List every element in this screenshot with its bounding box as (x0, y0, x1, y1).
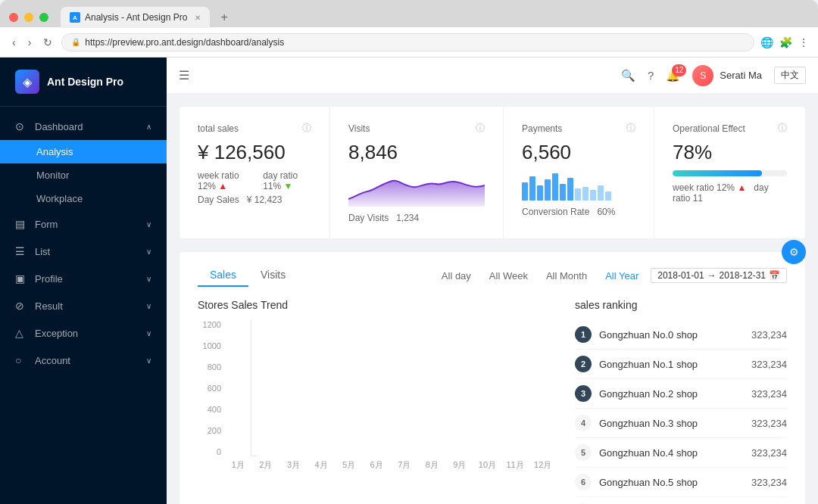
stat-sub: Day Visits 1,234 (348, 213, 485, 223)
filter-all-week[interactable]: All Week (483, 269, 534, 283)
info-icon[interactable]: ⓘ (778, 122, 787, 135)
help-icon[interactable]: ? (648, 69, 654, 82)
rank-number: 3 (575, 385, 592, 402)
sidebar-item-result[interactable]: ⊘ Result ∨ (0, 292, 167, 319)
date-filters: All day All Week All Month All Year 2018… (436, 268, 787, 283)
sidebar-item-list[interactable]: ☰ List ∨ (0, 238, 167, 265)
info-icon[interactable]: ⓘ (302, 122, 311, 135)
translate-icon[interactable]: 🌐 (760, 36, 773, 48)
rank-name: Gongzhuan No.4 shop (599, 447, 751, 459)
minimize-dot[interactable] (24, 13, 33, 22)
stat-card-payments: Payments ⓘ 6,560 (504, 107, 654, 238)
chevron-down-icon: ∨ (146, 302, 151, 310)
mini-bar (582, 187, 589, 201)
rank-number: 6 (575, 474, 592, 490)
language-button[interactable]: 中文 (774, 67, 806, 84)
account-icon: ○ (15, 354, 27, 366)
maximize-dot[interactable] (39, 13, 48, 22)
mini-bar (552, 173, 558, 201)
tab-sales[interactable]: Sales (198, 264, 248, 287)
x-label: 4月 (308, 456, 336, 471)
back-button[interactable]: ‹ (9, 35, 19, 50)
ranking-item: 5Gongzhuan No.4 shop323,234 (575, 438, 787, 468)
sidebar-item-profile[interactable]: ▣ Profile ∨ (0, 265, 167, 292)
notification-bell[interactable]: 🔔 12 (666, 69, 680, 82)
url-text: https://preview.pro.ant.design/dashboard… (85, 37, 284, 48)
info-icon[interactable]: ⓘ (626, 122, 635, 135)
x-label: 8月 (418, 456, 446, 471)
y-label: 0 (198, 447, 221, 456)
y-label: 1200 (198, 320, 221, 329)
chevron-down-icon: ∨ (146, 356, 151, 365)
user-info[interactable]: S Serati Ma (692, 65, 762, 86)
sidebar-item-monitor[interactable]: Monitor (0, 163, 167, 187)
sidebar-item-label: Form (35, 219, 58, 230)
notification-badge: 12 (672, 64, 686, 76)
stat-card-operational: Operational Effect ⓘ 78% week ratio 12% … (654, 107, 805, 238)
chevron-down-icon: ∨ (146, 275, 151, 283)
chevron-down-icon: ∨ (146, 329, 151, 338)
hamburger-icon[interactable]: ☰ (179, 68, 189, 82)
browser-chrome: A Analysis - Ant Design Pro ✕ + ‹ › ↻ 🔒 … (0, 0, 818, 58)
sales-header: Sales Visits All day All Week All Month … (198, 264, 787, 287)
sidebar-item-form[interactable]: ▤ Form ∨ (0, 210, 167, 238)
ranking-item: 4Gongzhuan No.3 shop323,234 (575, 409, 787, 438)
mini-bar (545, 179, 551, 201)
settings-button[interactable]: ⚙ (782, 240, 806, 264)
rank-name: Gongzhuan No.0 shop (599, 329, 751, 341)
sidebar-item-account[interactable]: ○ Account ∨ (0, 347, 167, 374)
ranking-item: 7Gongzhuan No.6 shop323,234 (575, 497, 787, 504)
stat-label: Payments ⓘ (522, 122, 635, 135)
address-bar[interactable]: 🔒 https://preview.pro.ant.design/dashboa… (61, 33, 754, 51)
stat-value: 78% (673, 141, 787, 164)
sidebar-item-workplace[interactable]: Workplace (0, 187, 167, 210)
tab-close-button[interactable]: ✕ (195, 14, 201, 22)
tab-visits[interactable]: Visits (248, 264, 298, 287)
ranking-item: 3Gongzhuan No.2 shop323,234 (575, 379, 787, 409)
mini-bar (529, 176, 535, 201)
exception-icon: △ (15, 327, 27, 339)
filter-all-day[interactable]: All day (436, 269, 477, 283)
browser-tab[interactable]: A Analysis - Ant Design Pro ✕ (61, 7, 210, 28)
filter-all-year[interactable]: All Year (599, 269, 645, 283)
filter-all-month[interactable]: All Month (540, 269, 593, 283)
rank-number: 1 (575, 326, 592, 343)
mini-bar (537, 185, 543, 201)
menu-icon[interactable]: ⋮ (798, 36, 809, 48)
sparkline-container (348, 170, 485, 207)
sidebar-item-dashboard[interactable]: ⊙ Dashboard ∧ (0, 113, 167, 140)
stat-sub: Conversion Rate 60% (522, 207, 635, 217)
sidebar: ◈ Ant Design Pro ⊙ Dashboard ∧ Analysis … (0, 58, 167, 504)
calendar-icon: 📅 (769, 270, 780, 281)
new-tab-button[interactable]: + (216, 9, 232, 26)
x-label: 10月 (473, 456, 501, 471)
stat-label: total sales ⓘ (198, 122, 311, 135)
mini-bar (567, 178, 573, 201)
form-icon: ▤ (15, 218, 27, 230)
progress-bar-container (673, 170, 787, 176)
progress-bar (673, 170, 787, 176)
app-header: ☰ 🔍 ? 🔔 12 S Serati Ma 中文 ⚙ (167, 58, 818, 94)
close-dot[interactable] (9, 13, 18, 22)
stat-card-visits: Visits ⓘ 8,846 (330, 107, 504, 238)
extensions-icon[interactable]: 🧩 (779, 36, 792, 48)
y-label: 600 (198, 384, 221, 393)
mini-bar (575, 188, 581, 201)
sidebar-item-label: Workplace (36, 193, 83, 204)
info-icon[interactable]: ⓘ (476, 122, 485, 135)
y-label: 1000 (198, 341, 221, 350)
sidebar-item-label: Monitor (36, 170, 69, 181)
x-label: 3月 (279, 456, 308, 471)
y-label: 800 (198, 362, 221, 372)
sidebar-item-analysis[interactable]: Analysis (0, 140, 167, 163)
refresh-button[interactable]: ↻ (40, 35, 55, 50)
y-label: 200 (198, 426, 221, 435)
browser-toolbar: ‹ › ↻ 🔒 https://preview.pro.ant.design/d… (0, 27, 818, 58)
forward-button[interactable]: › (25, 35, 35, 50)
search-icon[interactable]: 🔍 (621, 69, 635, 82)
ranking-list: 1Gongzhuan No.0 shop323,2342Gongzhuan No… (575, 320, 787, 504)
lock-icon: 🔒 (71, 38, 80, 46)
date-range-picker[interactable]: 2018-01-01 → 2018-12-31 📅 (651, 268, 787, 283)
sidebar-item-exception[interactable]: △ Exception ∨ (0, 319, 167, 347)
ranking-item: 2Gongzhuan No.1 shop323,234 (575, 350, 787, 379)
